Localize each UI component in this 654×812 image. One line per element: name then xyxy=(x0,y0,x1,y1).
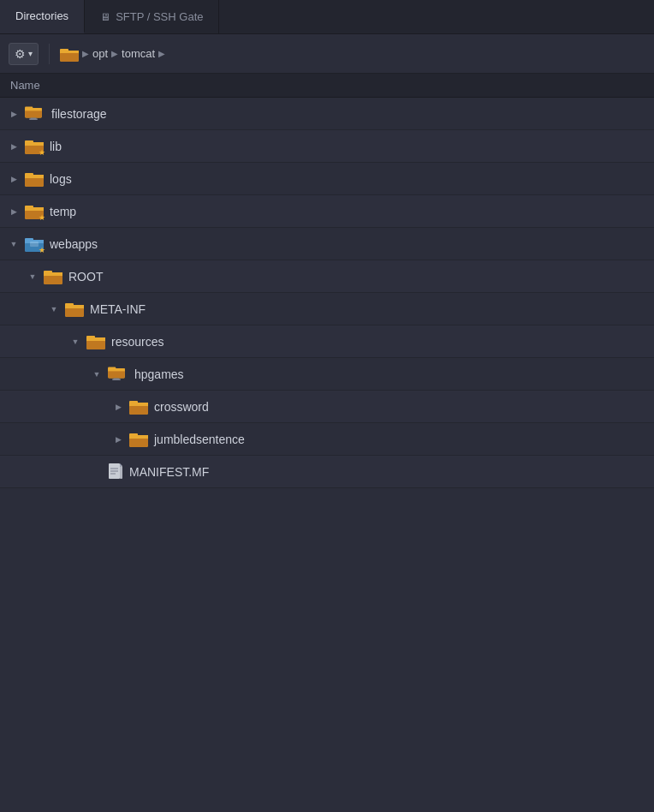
star-badge: ★ xyxy=(39,148,45,157)
svg-rect-16 xyxy=(25,177,44,187)
tree-row[interactable]: ▶ logs xyxy=(0,163,654,195)
svg-rect-6 xyxy=(25,110,42,117)
folder-icon xyxy=(129,432,148,447)
folder-icon xyxy=(129,399,148,415)
collapse-icon: ▼ xyxy=(7,237,21,251)
toolbar: ⚙ ▾ ▶ opt ▶ tomcat ▶ xyxy=(0,34,654,74)
expand-icon: ▶ xyxy=(111,433,125,446)
file-tree: ▶ filestorage▶ ★ lib▶ xyxy=(0,98,654,488)
tab-sftp-label: SFTP / SSH Gate xyxy=(116,10,203,23)
tree-item-label: webapps xyxy=(50,237,98,251)
tree-row[interactable]: ▼ ★ webapps xyxy=(0,228,654,260)
svg-rect-55 xyxy=(120,466,122,479)
folder-icon xyxy=(44,269,62,284)
collapse-icon: ▼ xyxy=(68,335,82,349)
folder-svg-icon xyxy=(60,46,79,62)
svg-rect-13 xyxy=(25,142,44,146)
svg-rect-21 xyxy=(25,207,44,211)
tree-item-label: hpgames xyxy=(134,367,184,381)
breadcrumb-root-folder[interactable] xyxy=(60,46,79,62)
svg-rect-30 xyxy=(44,272,62,276)
svg-rect-44 xyxy=(112,379,121,380)
tree-item-label: jumbledsentence xyxy=(154,433,245,446)
gear-icon: ⚙ xyxy=(15,47,26,61)
tree-row[interactable]: ▼ ROOT xyxy=(0,260,654,293)
svg-rect-48 xyxy=(129,403,148,406)
tab-bar: Directories 🖥 SFTP / SSH Gate xyxy=(0,0,654,34)
folder-icon xyxy=(86,334,105,349)
svg-rect-9 xyxy=(29,118,38,120)
toolbar-separator xyxy=(49,44,50,64)
svg-rect-17 xyxy=(25,175,44,178)
svg-rect-26 xyxy=(30,242,39,247)
breadcrumb-tomcat[interactable]: tomcat xyxy=(122,47,155,60)
svg-rect-3 xyxy=(60,51,79,53)
tree-item-label: crossword xyxy=(154,400,209,414)
folder-icon xyxy=(65,302,84,317)
breadcrumb: ▶ opt ▶ tomcat ▶ xyxy=(60,46,165,62)
svg-rect-42 xyxy=(108,368,125,371)
breadcrumb-arrow-3: ▶ xyxy=(158,49,165,58)
tab-directories-label: Directories xyxy=(15,9,68,22)
folder-icon: ★ xyxy=(25,236,44,252)
collapse-icon: ▼ xyxy=(90,367,104,381)
tree-item-label: MANIFEST.MF xyxy=(129,465,209,479)
folder-network-icon xyxy=(107,365,129,384)
tree-item-label: temp xyxy=(50,205,76,218)
expand-icon: ▶ xyxy=(111,400,125,414)
expand-icon: ▶ xyxy=(7,140,21,153)
tree-item-label: META-INF xyxy=(90,302,146,316)
tree-item-label: lib xyxy=(50,140,62,153)
tree-row[interactable]: ▶ filestorage xyxy=(0,98,654,130)
svg-rect-34 xyxy=(65,305,84,308)
star-badge: ★ xyxy=(39,246,45,254)
tree-item-label: filestorage xyxy=(51,107,107,121)
star-badge: ★ xyxy=(39,213,45,222)
tab-directories[interactable]: Directories xyxy=(0,0,85,33)
tree-row[interactable]: MANIFEST.MF xyxy=(0,456,654,488)
monitor-icon: 🖥 xyxy=(100,11,110,23)
column-header-label: Name xyxy=(10,79,40,92)
svg-rect-47 xyxy=(129,405,148,415)
folder-icon: ★ xyxy=(25,204,44,219)
collapse-icon: ▼ xyxy=(26,270,39,284)
expand-icon: ▶ xyxy=(7,205,21,218)
dropdown-arrow-icon: ▾ xyxy=(28,49,33,58)
tree-item-label: logs xyxy=(50,172,72,186)
breadcrumb-arrow-1: ▶ xyxy=(82,49,89,58)
file-icon xyxy=(108,463,123,481)
folder-network-icon xyxy=(24,104,46,123)
tree-item-label: ROOT xyxy=(68,270,103,284)
tab-sftp-ssh[interactable]: 🖥 SFTP / SSH Gate xyxy=(85,0,219,33)
breadcrumb-arrow-2: ▶ xyxy=(111,49,118,58)
svg-rect-2 xyxy=(60,52,79,62)
folder-icon: ★ xyxy=(25,139,44,154)
tree-row[interactable]: ▶ crossword xyxy=(0,391,654,423)
svg-marker-54 xyxy=(120,463,122,466)
tree-row[interactable]: ▶ ★ temp xyxy=(0,195,654,228)
tree-item-label: resources xyxy=(111,335,164,349)
svg-rect-29 xyxy=(44,275,62,284)
svg-rect-51 xyxy=(129,438,148,447)
tree-row[interactable]: ▶ jumbledsentence xyxy=(0,423,654,456)
tree-row[interactable]: ▼ hpgames xyxy=(0,358,654,391)
gear-button[interactable]: ⚙ ▾ xyxy=(9,43,39,65)
svg-rect-38 xyxy=(86,337,105,341)
svg-rect-52 xyxy=(129,435,148,439)
tree-row[interactable]: ▶ ★ lib xyxy=(0,130,654,163)
svg-rect-37 xyxy=(86,340,105,349)
breadcrumb-opt[interactable]: opt xyxy=(92,47,108,60)
expand-icon: ▶ xyxy=(7,172,21,186)
column-header-name: Name xyxy=(0,74,654,98)
svg-rect-33 xyxy=(65,307,84,317)
tree-row[interactable]: ▼ META-INF xyxy=(0,293,654,325)
tree-row[interactable]: ▼ resources xyxy=(0,325,654,358)
svg-rect-41 xyxy=(108,370,125,378)
svg-rect-7 xyxy=(25,108,42,110)
expand-icon: ▶ xyxy=(7,107,21,121)
collapse-icon: ▼ xyxy=(47,302,61,316)
folder-icon xyxy=(25,171,44,187)
